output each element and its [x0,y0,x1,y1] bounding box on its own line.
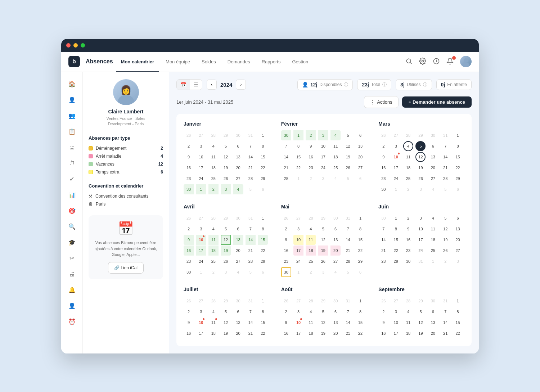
day-cell[interactable]: 17 [196,163,206,173]
day-cell[interactable]: 17 [318,152,328,162]
day-cell-dot[interactable]: 10 [391,152,401,162]
day-cell[interactable]: 21 [343,328,353,338]
day-cell[interactable]: 27 [428,174,438,184]
day-cell[interactable]: 5 [318,307,328,317]
tab-demandes[interactable]: Demandes [222,57,255,67]
day-cell[interactable]: 28 [343,256,353,266]
day-cell[interactable]: 5 [415,307,426,317]
day-cell[interactable]: 31 [246,130,256,140]
sidebar-icon-tools[interactable]: ✂ [66,252,78,265]
day-cell[interactable]: 5 [246,267,256,277]
day-cell[interactable]: 25 [330,163,341,173]
day-cell[interactable]: 7 [343,307,353,317]
day-cell[interactable]: 16 [184,245,194,256]
day-cell[interactable]: 2 [281,307,291,317]
tab-soldes[interactable]: Soldes [197,57,221,67]
day-cell[interactable]: 4 [330,130,341,140]
day-cell[interactable]: 1 [391,184,401,194]
day-cell[interactable]: 8 [391,224,401,234]
day-cell-dot[interactable]: 11 [208,317,219,328]
day-cell[interactable]: 24 [196,174,206,184]
day-cell[interactable]: 14 [246,152,256,162]
sidebar-icon-tasks[interactable]: ✔ [66,173,78,186]
day-cell[interactable]: 16 [306,152,316,162]
day-cell[interactable]: 22 [258,245,268,256]
sidebar-icon-time[interactable]: ⏱ [66,157,78,170]
day-cell[interactable]: 8 [355,224,365,234]
demand-button[interactable]: + Demander une absence [402,96,472,108]
day-cell[interactable]: 23 [184,174,194,184]
day-cell[interactable]: 2 [440,256,450,266]
day-cell[interactable]: 27 [293,213,303,223]
day-cell[interactable]: 10 [196,152,206,162]
day-cell[interactable]: 12 [221,317,231,328]
day-cell[interactable]: 6 [233,307,243,317]
day-cell[interactable]: 4 [330,267,341,277]
day-cell[interactable]: 24 [318,163,328,173]
day-cell[interactable]: 7 [281,141,291,151]
day-cell[interactable]: 6 [453,184,463,194]
day-cell[interactable]: 23 [306,163,316,173]
day-cell[interactable]: 29 [258,256,268,266]
day-cell[interactable]: 30 [233,213,243,223]
day-cell[interactable]: 13 [355,141,365,151]
day-cell[interactable]: 7 [343,224,353,234]
day-cell[interactable]: 2 [184,307,194,317]
day-cell[interactable]: 26 [184,213,194,223]
day-cell[interactable]: 22 [453,328,463,338]
day-cell[interactable]: 11 [306,235,316,245]
day-cell[interactable]: 27 [391,130,401,140]
cal-view-list[interactable]: ☰ [190,80,202,90]
day-cell[interactable]: 29 [391,256,401,266]
day-cell[interactable]: 14 [343,317,353,328]
day-cell[interactable]: 15 [258,152,268,162]
day-cell[interactable]: 10 [391,317,401,328]
day-cell[interactable]: 24 [293,256,303,266]
day-cell[interactable]: 28 [208,130,219,140]
day-cell[interactable]: 12 [440,224,450,234]
day-cell[interactable]: 17 [391,163,401,173]
day-cell[interactable]: 20 [233,163,243,173]
day-cell[interactable]: 31 [343,213,353,223]
day-cell[interactable]: 2 [208,184,219,194]
day-cell[interactable]: 20 [355,152,365,162]
stat-utilises-info[interactable]: ⓘ [423,82,427,88]
day-cell[interactable]: 4 [330,174,341,184]
day-cell[interactable]: 8 [258,141,268,151]
day-cell[interactable]: 9 [378,152,388,162]
day-cell[interactable]: 6 [428,141,438,151]
day-cell[interactable]: 6 [355,174,365,184]
day-cell[interactable]: 3 [453,256,463,266]
day-cell[interactable]: 23 [403,245,413,256]
day-cell[interactable]: 27 [355,163,365,173]
day-cell[interactable]: 19 [440,235,450,245]
day-cell[interactable]: 9 [306,141,316,151]
day-cell[interactable]: 6 [453,213,463,223]
day-cell[interactable]: 8 [293,141,303,151]
sidebar-icon-user[interactable]: 👤 [66,94,78,107]
day-cell[interactable]: 26 [281,296,291,306]
day-cell[interactable]: 3 [196,307,206,317]
day-cell[interactable]: 26 [343,163,353,173]
day-cell[interactable]: 1 [428,256,438,266]
day-cell[interactable]: 27 [233,256,243,266]
day-cell[interactable]: 30 [184,267,194,277]
day-cell[interactable]: 30 [233,130,243,140]
day-cell[interactable]: 3 [415,213,426,223]
day-cell[interactable]: 6 [355,130,365,140]
day-cell[interactable]: 16 [281,328,291,338]
day-cell[interactable]: 3 [196,224,206,234]
stat-total-info[interactable]: ⓘ [382,82,387,88]
day-cell[interactable]: 11 [208,235,219,245]
day-cell[interactable]: 11 [330,141,341,151]
day-cell[interactable]: 25 [306,256,316,266]
day-cell[interactable]: 7 [246,307,256,317]
cal-next-btn[interactable]: › [236,80,246,90]
day-cell[interactable]: 27 [330,256,341,266]
day-cell[interactable]: 18 [208,163,219,173]
day-cell[interactable]: 29 [258,174,268,184]
day-cell[interactable]: 2 [306,267,316,277]
day-cell[interactable]: 12 [415,317,426,328]
day-cell[interactable]: 2 [184,224,194,234]
day-cell[interactable]: 29 [453,174,463,184]
